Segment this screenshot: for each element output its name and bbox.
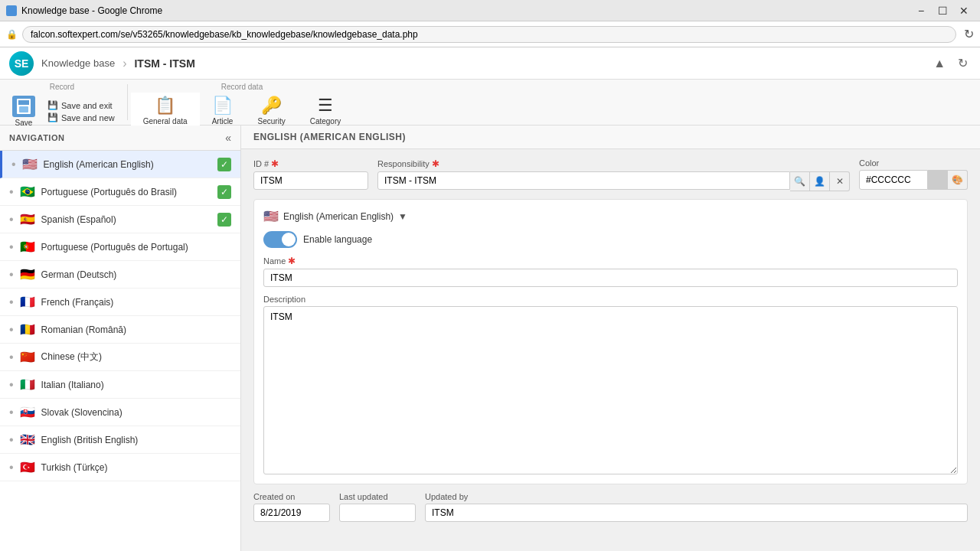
color-input[interactable] (859, 170, 928, 190)
collapse-button[interactable]: ▲ (930, 54, 949, 73)
id-group: ID # ✱ (253, 158, 368, 190)
lock-icon: 🔒 (6, 29, 18, 40)
address-bar: 🔒 ↻ (0, 21, 980, 47)
name-input[interactable] (263, 269, 958, 287)
close-button[interactable]: ✕ (954, 3, 974, 18)
nav-bullet: • (9, 186, 14, 198)
nav-bullet: • (9, 434, 14, 446)
nav-collapse-button[interactable]: « (225, 132, 231, 144)
tab-article-label: Article (212, 117, 234, 126)
updated-by-label: Updated by (425, 492, 968, 501)
content-section-header: ENGLISH (AMERICAN ENGLISH) (241, 126, 980, 149)
nav-check-icon: ✓ (217, 185, 231, 199)
nav-flag: 🇨🇳 (20, 350, 35, 364)
last-updated-input[interactable] (339, 504, 416, 522)
nav-item-label: Romanian (Română) (41, 324, 231, 335)
lang-name: English (American English) (283, 211, 394, 222)
nav-item[interactable]: • 🇵🇹 Portuguese (Português de Portugal) (0, 233, 240, 261)
record-data-tabs: 📋 General data 📄 Article 🔑 Security ☰ Ca… (131, 93, 354, 130)
nav-bullet: • (9, 406, 14, 419)
nav-item[interactable]: • 🇫🇷 French (Français) (0, 289, 240, 316)
responsibility-search-button[interactable]: 🔍 (790, 171, 810, 191)
content-body: ID # ✱ Responsibility ✱ 🔍 (241, 149, 980, 531)
title-bar-text: Knowledge base - Google Chrome (21, 5, 162, 16)
nav-flag: 🇬🇧 (20, 432, 35, 447)
created-on-label: Created on (253, 492, 330, 501)
responsibility-clear-button[interactable]: ✕ (830, 171, 850, 191)
nav-item-label: Portuguese (Português do Brasil) (41, 187, 211, 197)
tab-article[interactable]: 📄 Article (200, 93, 246, 130)
app-name[interactable]: Knowledge base (41, 57, 115, 69)
nav-item[interactable]: • 🇸🇰 Slovak (Slovencina) (0, 399, 240, 426)
nav-check-icon: ✓ (217, 213, 231, 227)
minimize-button[interactable]: − (911, 3, 931, 18)
nav-bullet: • (9, 296, 14, 308)
nav-item[interactable]: • 🇪🇸 Spanish (Español) ✓ (0, 206, 240, 233)
nav-item[interactable]: • 🇧🇷 Portuguese (Português do Brasil) ✓ (0, 178, 240, 206)
nav-item-label: English (British English) (41, 435, 231, 445)
description-textarea[interactable]: ITSM (263, 306, 958, 474)
id-input[interactable] (253, 171, 368, 190)
nav-item[interactable]: • 🇮🇹 Italian (Italiano) (0, 371, 240, 399)
nav-header: NAVIGATION « (0, 126, 240, 151)
nav-item[interactable]: • 🇷🇴 Romanian (Română) (0, 316, 240, 344)
app-header: SE Knowledge base › ITSM - ITSM ▲ ↻ (0, 47, 980, 80)
created-on-input[interactable] (253, 504, 330, 522)
tab-security-label: Security (258, 117, 286, 126)
nav-item[interactable]: • 🇨🇳 Chinese (中文) (0, 344, 240, 371)
updated-by-input[interactable] (425, 504, 968, 522)
nav-list: • 🇺🇸 English (American English) ✓ • 🇧🇷 P… (0, 151, 240, 551)
name-group: Name ✱ (263, 256, 958, 287)
description-group: Description ITSM (263, 295, 958, 474)
id-label: ID # ✱ (253, 158, 368, 169)
responsibility-user-button[interactable]: 👤 (810, 171, 830, 191)
enable-language-label: Enable language (303, 234, 372, 245)
nav-item-label: Slovak (Slovencina) (41, 407, 231, 418)
toolbar: Record Save 💾 Save and exit (0, 80, 980, 126)
refresh-icon[interactable]: ↻ (964, 27, 974, 41)
lang-flag: 🇺🇸 (263, 209, 279, 223)
tab-category[interactable]: ☰ Category (298, 93, 354, 130)
id-responsibility-row: ID # ✱ Responsibility ✱ 🔍 (253, 158, 968, 191)
description-label: Description (263, 295, 958, 304)
color-swatch[interactable] (928, 170, 948, 190)
nav-flag: 🇹🇷 (20, 460, 35, 474)
tab-general-data[interactable]: 📋 General data (131, 93, 200, 130)
responsibility-input[interactable] (377, 171, 790, 190)
restore-button[interactable]: ☐ (933, 3, 952, 18)
nav-item[interactable]: • 🇬🇧 English (British English) (0, 426, 240, 454)
address-input[interactable] (22, 26, 956, 43)
record-title: ITSM - ITSM (134, 57, 194, 70)
navigation-panel: NAVIGATION « • 🇺🇸 English (American Engl… (0, 126, 241, 551)
nav-item[interactable]: • 🇹🇷 Turkish (Türkçe) (0, 454, 240, 481)
updated-by-group: Updated by (425, 492, 968, 522)
nav-flag: 🇩🇪 (20, 267, 35, 282)
save-and-new-button[interactable]: 💾 Save and new (44, 112, 118, 123)
color-dropper-button[interactable]: 🎨 (948, 170, 968, 190)
main-layout: NAVIGATION « • 🇺🇸 English (American Engl… (0, 126, 980, 551)
last-updated-label: Last updated (339, 492, 416, 501)
reload-button[interactable]: ↻ (955, 53, 971, 73)
nav-flag: 🇺🇸 (22, 157, 38, 171)
color-label: Color (859, 158, 968, 168)
nav-bullet: • (9, 241, 14, 253)
nav-item-label: Spanish (Español) (41, 214, 211, 225)
nav-item-label: German (Deutsch) (41, 269, 231, 280)
nav-flag: 🇷🇴 (20, 322, 35, 337)
color-row: 🎨 (859, 170, 968, 190)
nav-item[interactable]: • 🇩🇪 German (Deutsch) (0, 261, 240, 289)
save-and-exit-button[interactable]: 💾 Save and exit (44, 99, 118, 111)
article-icon: 📄 (212, 96, 233, 116)
save-button[interactable]: Save (6, 93, 41, 130)
lang-flag-row: 🇺🇸 English (American English) ▼ (263, 209, 958, 223)
nav-bullet: • (9, 379, 14, 391)
nav-item[interactable]: • 🇺🇸 English (American English) ✓ (0, 151, 240, 178)
breadcrumb-separator: › (122, 57, 126, 70)
security-icon: 🔑 (261, 96, 282, 116)
nav-item-label: Turkish (Türkçe) (41, 462, 231, 473)
lang-dropdown-button[interactable]: ▼ (398, 211, 407, 222)
enable-language-toggle[interactable] (263, 231, 297, 248)
app-logo: SE (9, 51, 34, 76)
nav-bullet: • (11, 158, 16, 171)
tab-security[interactable]: 🔑 Security (246, 93, 298, 130)
